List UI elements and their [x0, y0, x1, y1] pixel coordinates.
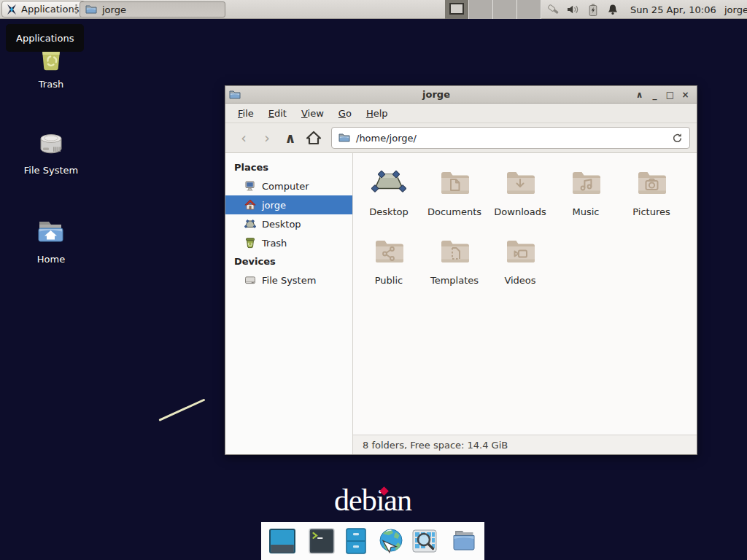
music-folder-icon [568, 165, 603, 200]
menu-view[interactable]: View [294, 105, 331, 122]
home-button[interactable] [302, 127, 325, 149]
workspace-4[interactable] [517, 0, 541, 19]
desktop-icon-label: Home [37, 254, 65, 265]
up-button[interactable]: ∧ [279, 127, 302, 149]
sidebar-item-label: File System [262, 275, 316, 286]
applications-tooltip-text: Applications [16, 33, 74, 44]
forward-button[interactable]: › [255, 127, 279, 149]
debian-wallpaper-logo: debian [334, 483, 411, 518]
workspace-switcher[interactable] [445, 0, 541, 19]
file-item-templates[interactable]: Templates [422, 233, 487, 302]
menu-file[interactable]: File [231, 105, 261, 122]
panel-clock[interactable]: Sun 25 Apr, 10:06 [630, 0, 716, 19]
dock-show-desktop-button[interactable] [268, 526, 297, 556]
menu-help[interactable]: Help [359, 105, 395, 122]
public-folder-icon [371, 233, 406, 268]
dock-panel [261, 522, 484, 560]
taskbar-item-jorge[interactable]: jorge [80, 1, 225, 18]
taskbar-item-label: jorge [102, 4, 126, 15]
workspace-3[interactable] [493, 0, 517, 19]
applications-tooltip: Applications [6, 24, 84, 52]
documents-folder-icon [437, 165, 472, 200]
input-device-icon[interactable] [547, 3, 560, 16]
close-button[interactable]: × [678, 90, 693, 100]
workspace-2[interactable] [469, 0, 493, 19]
file-item-label: Documents [427, 206, 481, 217]
applications-menu-button[interactable]: Applications [1, 1, 85, 18]
sidebar-item-desktop[interactable]: Desktop [225, 214, 352, 233]
toolbar: ‹ › ∧ /home/jorge/ [225, 123, 697, 153]
panel-separator-handle-icon [74, 4, 78, 15]
workspace-1[interactable] [445, 0, 469, 19]
debian-wordmark: debian [334, 483, 411, 517]
hard-drive-small-icon [244, 274, 256, 286]
file-item-documents[interactable]: Documents [422, 165, 487, 233]
sidebar-item-jorge[interactable]: jorge [225, 195, 352, 214]
desktop-folder-icon [371, 165, 406, 200]
file-item-public[interactable]: Public [356, 233, 422, 302]
back-button[interactable]: ‹ [232, 127, 255, 149]
dock-app-finder-button[interactable] [410, 526, 439, 556]
file-item-label: Public [375, 275, 403, 286]
status-text: 8 folders, Free space: 14.4 GiB [363, 440, 508, 451]
file-item-label: Desktop [369, 206, 409, 217]
file-item-label: Templates [430, 275, 479, 286]
notifications-icon[interactable] [606, 3, 619, 16]
window-content: Places Computer [225, 153, 697, 454]
user-home-icon [244, 199, 256, 211]
location-bar[interactable]: /home/jorge/ [331, 127, 690, 149]
sidebar-item-label: Computer [262, 181, 309, 192]
file-manager-folder-icon [449, 526, 479, 556]
home-folder-icon [34, 216, 69, 251]
applications-menu-icon [6, 4, 18, 15]
titlebar[interactable]: jorge ∧ _ □ × [225, 86, 697, 104]
file-cabinet-icon [341, 526, 371, 556]
status-bar: 8 folders, Free space: 14.4 GiB [353, 435, 697, 454]
system-tray [547, 0, 619, 19]
top-panel: Applications jorge [0, 0, 747, 19]
desktop-artifact-line [158, 399, 205, 421]
file-view[interactable]: Desktop Documents [353, 153, 697, 435]
dock-terminal-button[interactable] [307, 526, 336, 556]
sidebar-item-file-system[interactable]: File System [225, 271, 352, 289]
main-pane: Desktop Documents [353, 153, 697, 454]
file-manager-window: jorge ∧ _ □ × File Edit View Go Help ‹ ›… [225, 85, 697, 455]
downloads-folder-icon [503, 165, 538, 200]
desktop: { "colors": { "desktop_background": "#0d… [0, 0, 747, 560]
window-folder-icon [229, 89, 241, 101]
menu-go[interactable]: Go [331, 105, 359, 122]
maximize-button[interactable]: □ [662, 90, 678, 100]
dock-web-browser-button[interactable] [376, 526, 405, 556]
sidebar-header-devices: Devices [225, 252, 352, 271]
dock-file-manager-button[interactable] [449, 526, 479, 556]
sidebar-item-computer[interactable]: Computer [225, 176, 352, 195]
pictures-folder-icon [634, 165, 669, 200]
desktop-icon [244, 218, 256, 230]
minimize-button[interactable]: _ [647, 90, 662, 100]
reload-button[interactable] [672, 133, 683, 144]
web-browser-globe-icon [376, 526, 405, 556]
sidebar-item-label: jorge [262, 200, 286, 211]
location-text[interactable]: /home/jorge/ [356, 133, 417, 144]
file-item-desktop[interactable]: Desktop [356, 165, 422, 233]
menu-edit[interactable]: Edit [261, 105, 294, 122]
file-item-videos[interactable]: Videos [487, 233, 553, 302]
home-icon [306, 131, 322, 145]
desktop-icon-file-system[interactable]: File System [15, 127, 88, 176]
computer-icon [244, 180, 256, 192]
sidebar: Places Computer [225, 153, 353, 454]
file-item-label: Downloads [494, 206, 546, 217]
dock-file-cabinet-button[interactable] [341, 526, 371, 556]
sidebar-item-label: Trash [262, 238, 287, 249]
file-item-downloads[interactable]: Downloads [487, 165, 553, 233]
sidebar-item-trash[interactable]: Trash [225, 233, 352, 252]
shade-button[interactable]: ∧ [632, 90, 647, 100]
window-title: jorge [241, 89, 632, 100]
file-item-label: Videos [504, 275, 535, 286]
application-finder-icon [410, 526, 439, 556]
desktop-icon-home[interactable]: Home [15, 216, 88, 265]
file-item-pictures[interactable]: Pictures [619, 165, 684, 233]
battery-icon[interactable] [587, 3, 600, 16]
file-item-music[interactable]: Music [553, 165, 619, 233]
volume-icon[interactable] [567, 3, 580, 16]
